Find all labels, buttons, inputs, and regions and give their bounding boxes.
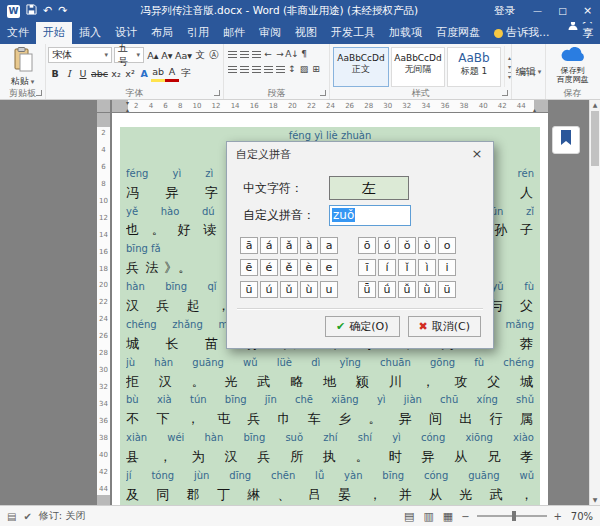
read-mode-button[interactable]: ▤: [404, 510, 414, 523]
bold-button[interactable]: B: [48, 66, 62, 81]
zoom-in-button[interactable]: +: [554, 511, 562, 522]
zoom-out-button[interactable]: −: [461, 511, 469, 522]
vowel-button[interactable]: ū: [240, 281, 258, 298]
horizontal-ruler[interactable]: 2468101214161820222426283032343638404244…: [112, 100, 548, 112]
maximize-button[interactable]: □: [550, 0, 575, 22]
vertical-scrollbar[interactable]: ▲ ▼: [589, 99, 600, 505]
undo-button[interactable]: ↶: [43, 5, 52, 17]
ribbon-tab[interactable]: 视图: [288, 22, 324, 44]
vowel-button[interactable]: a: [320, 237, 338, 254]
ribbon-tab[interactable]: 百度网盘: [429, 22, 487, 44]
chinese-character-field[interactable]: 左: [329, 176, 409, 200]
style-chip[interactable]: AaBb标题 1: [447, 47, 501, 87]
vowel-button[interactable]: o: [438, 237, 456, 254]
redo-button[interactable]: ↷: [58, 5, 67, 17]
vowel-button[interactable]: ī: [358, 259, 376, 276]
change-case-button[interactable]: Aa▾: [174, 48, 193, 63]
ribbon-tab[interactable]: 设计: [108, 22, 144, 44]
font-size-select[interactable]: 五号 ▾: [114, 47, 144, 63]
font-dialog-launcher[interactable]: [214, 90, 220, 96]
vowel-button[interactable]: ǜ: [418, 281, 436, 298]
underline-button[interactable]: U: [76, 66, 90, 81]
vowel-button[interactable]: ǘ: [378, 281, 396, 298]
borders-button[interactable]: ⊞: [310, 62, 322, 76]
align-right-button[interactable]: [250, 62, 262, 76]
grow-font-button[interactable]: A▴: [146, 48, 160, 63]
scrollbar-thumb[interactable]: [591, 111, 599, 166]
ribbon-tab[interactable]: 插入: [72, 22, 108, 44]
ribbon-tab[interactable]: 告诉我...: [487, 22, 557, 44]
zoom-slider[interactable]: [477, 515, 547, 517]
bullets-button[interactable]: [226, 47, 238, 61]
proofing-status-icon[interactable]: ✔: [23, 511, 31, 522]
decrease-indent-button[interactable]: ←: [262, 47, 274, 61]
align-left-button[interactable]: [226, 62, 238, 76]
left-indent-marker[interactable]: ▴: [126, 107, 129, 112]
vowel-button[interactable]: ǔ: [280, 281, 298, 298]
line-spacing-button[interactable]: ↕: [286, 62, 298, 76]
style-chip[interactable]: AaBbCcDd正文: [333, 47, 389, 87]
save-button[interactable]: [26, 4, 37, 18]
vowel-button[interactable]: ā: [240, 237, 258, 254]
vowel-button[interactable]: ǐ: [398, 259, 416, 276]
subscript-button[interactable]: x₂: [109, 66, 123, 81]
page-status-icon[interactable]: ▤: [7, 511, 16, 522]
font-color-button[interactable]: A: [165, 64, 179, 82]
ribbon-tab[interactable]: 布局: [144, 22, 180, 44]
vowel-button[interactable]: á: [260, 237, 278, 254]
vowel-button[interactable]: e: [320, 259, 338, 276]
cancel-button[interactable]: ✖ 取消(C): [408, 316, 481, 337]
ribbon-tab[interactable]: 开发工具: [324, 22, 382, 44]
character-border-button[interactable]: Ⓐ: [207, 48, 221, 63]
vowel-button[interactable]: ǒ: [398, 237, 416, 254]
ribbon-tab[interactable]: 审阅: [252, 22, 288, 44]
save-to-baidu-button[interactable]: 保存到 百度网盘: [546, 44, 599, 84]
highlight-button[interactable]: ab: [151, 64, 165, 82]
styles-dialog-launcher[interactable]: [502, 90, 508, 96]
font-name-select[interactable]: 宋体 ▾: [48, 47, 112, 63]
zoom-level[interactable]: 70%: [569, 511, 593, 522]
vowel-button[interactable]: è: [300, 259, 318, 276]
track-changes-status[interactable]: 修订: 关闭: [39, 509, 86, 523]
scroll-up-icon[interactable]: ▲: [590, 99, 600, 110]
vowel-button[interactable]: ě: [280, 259, 298, 276]
minimize-button[interactable]: —: [525, 0, 550, 22]
ribbon-tab[interactable]: 文件: [0, 22, 36, 44]
show-formatting-button[interactable]: ¶: [298, 47, 310, 61]
first-line-indent-marker[interactable]: ▾: [126, 100, 129, 105]
vowel-button[interactable]: ù: [300, 281, 318, 298]
vowel-button[interactable]: i: [438, 259, 456, 276]
distribute-button[interactable]: [274, 62, 286, 76]
ribbon-tab[interactable]: 开始: [36, 22, 72, 44]
style-gallery-down-button[interactable]: ▾: [508, 63, 511, 70]
vowel-button[interactable]: ú: [260, 281, 278, 298]
zoom-slider-thumb[interactable]: [512, 511, 516, 521]
pinyin-guide-button[interactable]: 文: [193, 48, 207, 63]
web-layout-button[interactable]: ▦: [443, 510, 453, 523]
vowel-button[interactable]: ì: [418, 259, 436, 276]
vowel-button[interactable]: í: [378, 259, 396, 276]
custom-pinyin-input[interactable]: zuǒ: [329, 205, 411, 226]
italic-button[interactable]: I: [62, 66, 76, 81]
ribbon-tab[interactable]: 加载项: [382, 22, 429, 44]
vowel-button[interactable]: à: [300, 237, 318, 254]
comment-bookmark-panel[interactable]: [552, 126, 580, 154]
vowel-button[interactable]: é: [260, 259, 278, 276]
multilevel-list-button[interactable]: [250, 47, 262, 61]
justify-button[interactable]: [262, 62, 274, 76]
vowel-button[interactable]: ó: [378, 237, 396, 254]
vowel-button[interactable]: ō: [358, 237, 376, 254]
vowel-button[interactable]: ǚ: [398, 281, 416, 298]
vowel-button[interactable]: ē: [240, 259, 258, 276]
shrink-font-button[interactable]: A▾: [160, 48, 174, 63]
paste-button[interactable]: 粘贴▾: [0, 44, 45, 88]
login-button[interactable]: 登录: [484, 4, 525, 18]
vowel-button[interactable]: ò: [418, 237, 436, 254]
close-button[interactable]: ×: [575, 0, 600, 22]
clipboard-dialog-launcher[interactable]: [36, 90, 42, 96]
style-gallery-up-button[interactable]: ▴: [508, 54, 511, 61]
scroll-down-icon[interactable]: ▼: [590, 494, 600, 505]
ribbon-tab[interactable]: 引用: [180, 22, 216, 44]
dialog-title-bar[interactable]: 自定义拼音 ×: [227, 142, 493, 166]
paragraph-dialog-launcher[interactable]: [320, 90, 326, 96]
